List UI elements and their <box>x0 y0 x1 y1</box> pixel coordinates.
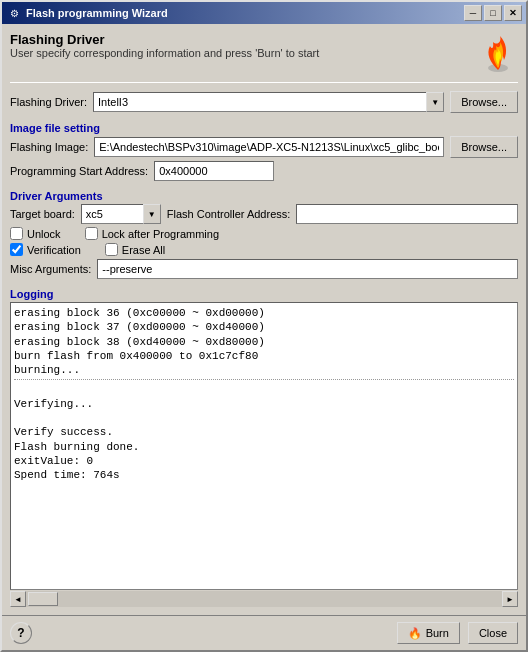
header-section: Flashing Driver User specify correspondi… <box>10 32 518 72</box>
page-subtitle: User specify corresponding information a… <box>10 47 319 59</box>
log-line-6 <box>14 382 514 396</box>
misc-args-label: Misc Arguments: <box>10 263 91 275</box>
log-verifying: Verifying... <box>14 397 514 411</box>
flashing-image-row: Flashing Image: Browse... <box>10 136 518 158</box>
flashing-driver-browse-button[interactable]: Browse... <box>450 91 518 113</box>
log-scrollbar-horizontal[interactable]: ◄ ► <box>10 591 518 607</box>
window-title: Flash programming Wizard <box>26 7 464 19</box>
burn-label: Burn <box>426 627 449 639</box>
image-file-title: Image file setting <box>10 122 518 134</box>
header-text: Flashing Driver User specify correspondi… <box>10 32 319 59</box>
target-board-combo-wrapper: xc5 ▼ <box>81 204 161 224</box>
close-button[interactable]: ✕ <box>504 5 522 21</box>
target-board-dropdown-arrow[interactable]: ▼ <box>143 204 161 224</box>
flash-ctrl-addr-label: Flash Controller Address: <box>167 208 291 220</box>
lock-after-label: Lock after Programming <box>102 228 219 240</box>
log-exit-value: exitValue: 0 <box>14 454 514 468</box>
target-board-label: Target board: <box>10 208 75 220</box>
flashing-driver-combo-wrapper: IntelI3 ▼ <box>93 92 444 112</box>
image-file-section: Image file setting Flashing Image: Brows… <box>10 122 518 184</box>
verification-checkbox-item: Verification <box>10 243 81 256</box>
unlock-label: Unlock <box>27 228 61 240</box>
target-board-row: Target board: xc5 ▼ Flash Controller Add… <box>10 204 518 224</box>
scroll-thumb-h[interactable] <box>28 592 58 606</box>
main-content: Flashing Driver User specify correspondi… <box>2 24 526 615</box>
bottom-bar: ? 🔥 Burn Close <box>2 615 526 650</box>
flashing-image-browse-button[interactable]: Browse... <box>450 136 518 158</box>
prog-start-addr-row: Programming Start Address: <box>10 161 518 181</box>
flashing-image-label: Flashing Image: <box>10 141 88 153</box>
driver-args-title: Driver Arguments <box>10 190 518 202</box>
checkboxes-row1: Unlock Lock after Programming <box>10 227 518 240</box>
title-buttons: ─ □ ✕ <box>464 5 522 21</box>
erase-all-label: Erase All <box>122 244 165 256</box>
scroll-left-button[interactable]: ◄ <box>10 591 26 607</box>
prog-start-addr-label: Programming Start Address: <box>10 165 148 177</box>
log-line-1: erasing block 36 (0xc00000 ~ 0xd00000) <box>14 306 514 320</box>
burn-icon: 🔥 <box>408 627 422 640</box>
maximize-button[interactable]: □ <box>484 5 502 21</box>
misc-args-row: Misc Arguments: <box>10 259 518 279</box>
scroll-right-button[interactable]: ► <box>502 591 518 607</box>
header-divider <box>10 82 518 83</box>
flashing-driver-dropdown-arrow[interactable]: ▼ <box>426 92 444 112</box>
burn-button[interactable]: 🔥 Burn <box>397 622 460 644</box>
driver-args-section: Driver Arguments Target board: xc5 ▼ Fla… <box>10 190 518 282</box>
log-line-3: erasing block 38 (0xd40000 ~ 0xd80000) <box>14 335 514 349</box>
main-window: ⚙ Flash programming Wizard ─ □ ✕ Flashin… <box>0 0 528 652</box>
erase-all-checkbox-item: Erase All <box>105 243 165 256</box>
log-verify-success: Verify success. <box>14 425 514 439</box>
log-output[interactable]: erasing block 36 (0xc00000 ~ 0xd00000) e… <box>10 302 518 590</box>
lock-after-checkbox-item: Lock after Programming <box>85 227 219 240</box>
unlock-checkbox-item: Unlock <box>10 227 61 240</box>
flame-icon <box>478 32 518 72</box>
logging-title: Logging <box>10 288 518 300</box>
help-button[interactable]: ? <box>10 622 32 644</box>
erase-all-checkbox[interactable] <box>105 243 118 256</box>
log-dotted-divider <box>14 379 514 380</box>
verification-label: Verification <box>27 244 81 256</box>
checkboxes-row2: Verification Erase All <box>10 243 518 256</box>
title-bar: ⚙ Flash programming Wizard ─ □ ✕ <box>2 2 526 24</box>
verification-checkbox[interactable] <box>10 243 23 256</box>
log-line-7 <box>14 411 514 425</box>
title-icon: ⚙ <box>6 5 22 21</box>
flashing-driver-select[interactable]: IntelI3 <box>93 92 444 112</box>
flash-ctrl-addr-input[interactable] <box>296 204 518 224</box>
flashing-image-input[interactable] <box>94 137 444 157</box>
misc-args-input[interactable] <box>97 259 518 279</box>
unlock-checkbox[interactable] <box>10 227 23 240</box>
log-line-4: burn flash from 0x400000 to 0x1c7cf80 <box>14 349 514 363</box>
lock-after-checkbox[interactable] <box>85 227 98 240</box>
logging-section: Logging erasing block 36 (0xc00000 ~ 0xd… <box>10 288 518 607</box>
scroll-track-h[interactable] <box>26 591 502 607</box>
log-line-5: burning... <box>14 363 514 377</box>
log-spend-time: Spend time: 764s <box>14 468 514 482</box>
minimize-button[interactable]: ─ <box>464 5 482 21</box>
flashing-driver-label: Flashing Driver: <box>10 96 87 108</box>
page-title: Flashing Driver <box>10 32 319 47</box>
close-button-bottom[interactable]: Close <box>468 622 518 644</box>
prog-start-addr-input[interactable] <box>154 161 274 181</box>
log-line-2: erasing block 37 (0xd00000 ~ 0xd40000) <box>14 320 514 334</box>
log-flash-done: Flash burning done. <box>14 440 514 454</box>
flashing-driver-row: Flashing Driver: IntelI3 ▼ Browse... <box>10 91 518 113</box>
